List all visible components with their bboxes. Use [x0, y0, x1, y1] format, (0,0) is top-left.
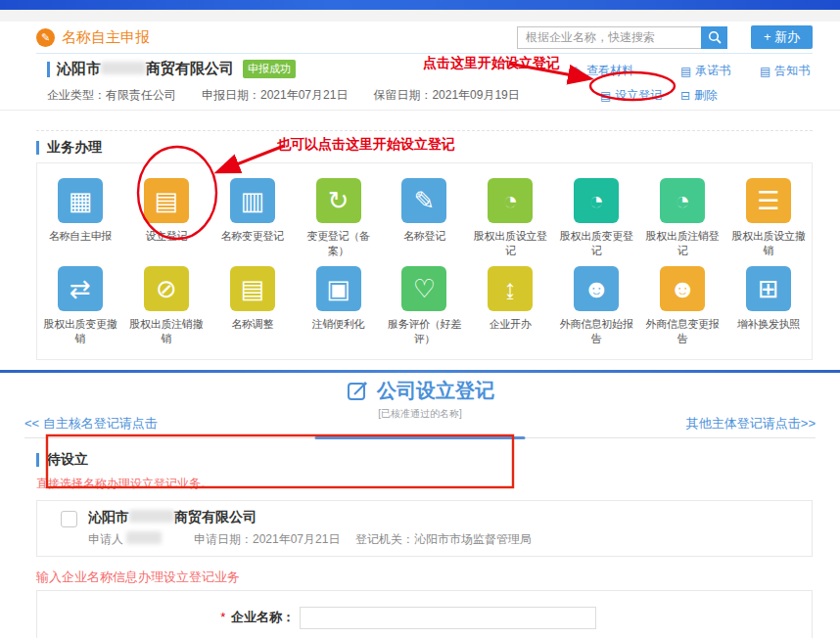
service-label: 名称变更登记	[210, 229, 296, 244]
registration-authority: 登记机关：沁阳市市场监督管理局	[355, 531, 532, 548]
company-info-line: 企业类型：有限责任公司 申报日期：2021年07月21日 保留日期：2021年0…	[47, 87, 545, 104]
notice-link[interactable]: ▤ 告知书	[760, 63, 810, 79]
document-pencil-icon: ✎	[573, 65, 583, 78]
annotation-top-tip: 点击这里开始设立登记	[423, 55, 560, 72]
candidate-meta: 申请人 申请日期：2021年07月21日 登记机关：沁阳市市场监督管理局	[88, 531, 532, 548]
search-button[interactable]	[701, 26, 727, 49]
flower-icon: ♡	[401, 266, 446, 311]
applicant: 申请人	[88, 531, 194, 548]
dashed-divider	[36, 130, 813, 131]
service-item[interactable]: ✎名称登记	[382, 178, 468, 258]
service-item[interactable]: ▥名称变更登记	[210, 178, 296, 258]
establish-header: 公司设立登记 [已核准通过的名称] << 自主核名登记请点击 其他主体登记请点击…	[0, 378, 840, 438]
service-label: 股权出质变更登记	[553, 229, 639, 258]
search-icon	[708, 30, 722, 44]
service-label: 名称登记	[382, 229, 468, 244]
candidate-name: 沁阳市商贸有限公司	[88, 509, 532, 526]
select-tip: 直接选择名称办理设立登记业务。	[36, 476, 813, 492]
keep-date: 保留日期：2021年09月19日	[373, 87, 519, 104]
service-item[interactable]: ▤设立登记	[123, 178, 210, 258]
new-application-button[interactable]: + 新办	[751, 25, 813, 49]
person-change-icon: ☻	[660, 266, 705, 311]
delete-link[interactable]: ⊟ 删除	[680, 87, 718, 104]
service-item[interactable]: ▦名称自主申报	[37, 178, 123, 258]
page: ✎ 名称自主申报 + 新办 沁阳市商贸有限公司 申报成功 点击这里开始设立登记	[0, 0, 840, 638]
service-label: 外商信息变更报告	[639, 317, 725, 346]
clipboard-pen-icon: ✎	[401, 178, 446, 223]
service-item[interactable]: ⊞增补换发执照	[725, 266, 812, 346]
view-materials-link[interactable]: ✎ 查看材料	[573, 63, 633, 79]
service-label: 股权出质设立登记	[467, 229, 553, 258]
service-label: 服务评价（好差评）	[382, 317, 468, 346]
service-item[interactable]: ◔股权出质变更登记	[553, 178, 639, 258]
service-item[interactable]: ♡服务评价（好差评）	[382, 266, 468, 346]
redacted-text	[126, 531, 162, 544]
service-item[interactable]: ⊘股权出质注销撤销	[123, 266, 210, 346]
document-icon: ▤	[760, 65, 770, 78]
cancel-circle-icon: ⊘	[144, 266, 189, 311]
service-item[interactable]: ☻外商信息初始报告	[553, 266, 639, 346]
declare-date: 申报日期：2021年07月21日	[202, 87, 348, 104]
candidate-checkbox[interactable]	[61, 511, 77, 527]
company-name-label: * 企业名称：	[37, 609, 295, 626]
service-label: 股权出质注销登记	[639, 229, 725, 258]
service-label: 企业开办	[467, 317, 553, 332]
service-item[interactable]: ◔股权出质设立登记	[467, 178, 553, 258]
company-name-input[interactable]	[300, 607, 596, 629]
clipboard-adjust-icon: ▤	[230, 266, 275, 311]
pie-chart-icon: ◔	[488, 178, 533, 223]
service-item[interactable]: ↨企业开办	[467, 266, 553, 346]
edit-circle-icon: ✎	[36, 28, 55, 47]
trash-icon: ⊟	[680, 89, 690, 103]
service-label: 增补换发执照	[725, 317, 812, 332]
self-naming-link[interactable]: << 自主核名登记请点击	[24, 415, 158, 433]
blue-separator	[0, 370, 840, 373]
swap-arrows-icon: ⇄	[58, 266, 103, 311]
service-label: 股权出质注销撤销	[123, 317, 210, 346]
top-blue-bar	[0, 0, 840, 10]
company-name-line: 沁阳市商贸有限公司 申报成功	[47, 60, 296, 78]
divider	[0, 110, 840, 111]
building-icon: ▦	[58, 178, 103, 223]
service-label: 股权出质设立撤销	[725, 229, 812, 258]
search-input[interactable]	[517, 26, 701, 49]
commitment-link[interactable]: ▤ 承诺书	[680, 63, 730, 79]
clipboard-refresh-icon: ↻	[316, 178, 361, 223]
service-item[interactable]: ☰股权出质设立撤销	[725, 178, 812, 258]
service-label: 注销便利化	[296, 317, 382, 332]
redacted-text	[129, 510, 174, 523]
service-label: 名称自主申报	[37, 229, 123, 244]
edit-document-icon	[346, 380, 369, 403]
document-icon: ▤	[600, 89, 611, 103]
service-item[interactable]: ☻外商信息变更报告	[639, 266, 725, 346]
candidate-card: 沁阳市商贸有限公司 申请人 申请日期：2021年07月21日 登记机关：沁阳市市…	[36, 500, 813, 557]
service-item[interactable]: ◔股权出质注销登记	[639, 178, 725, 258]
required-asterisk: *	[220, 610, 225, 624]
header: ✎ 名称自主申报 + 新办	[0, 22, 840, 49]
clipboard-icon: ▤	[144, 178, 189, 223]
pie-chart-cancel-icon: ◔	[660, 178, 705, 223]
apply-date: 申请日期：2021年07月21日	[194, 531, 355, 548]
service-item[interactable]: ⇄股权出质变更撤销	[37, 266, 123, 346]
candidate-info[interactable]: 沁阳市商贸有限公司 申请人 申请日期：2021年07月21日 登记机关：沁阳市市…	[88, 509, 532, 548]
service-label: 股权出质变更撤销	[37, 317, 123, 346]
service-item[interactable]: ↻变更登记（备案）	[296, 178, 382, 258]
company-type: 企业类型：有限责任公司	[47, 87, 176, 104]
merge-arrows-icon: ↨	[488, 266, 533, 311]
establish-registration-link[interactable]: ▤ 设立登记	[600, 87, 662, 104]
service-item[interactable]: ▤名称调整	[210, 266, 296, 346]
service-item[interactable]: ▣注销便利化	[296, 266, 382, 346]
business-section: 业务办理 ▦名称自主申报▤设立登记▥名称变更登记↻变更登记（备案）✎名称登记◔股…	[36, 130, 813, 360]
pending-title: 待设立	[36, 451, 813, 469]
other-entity-link[interactable]: 其他主体登记请点击>>	[686, 415, 816, 433]
pending-section: 待设立 直接选择名称办理设立登记业务。 沁阳市商贸有限公司 申请人 申请日期：2…	[36, 451, 813, 638]
license-plus-icon: ⊞	[746, 266, 791, 311]
pie-chart-edit-icon: ◔	[574, 178, 619, 223]
top-gray-strip	[0, 10, 840, 22]
service-label: 变更登记（备案）	[296, 229, 382, 258]
blue-bar-accent	[36, 141, 39, 155]
establish-title: 公司设立登记	[0, 378, 840, 404]
annotation-grid-tip: 也可以点击这里开始设立登记	[277, 136, 455, 154]
blue-bar-accent	[36, 453, 39, 467]
name-form-card: * 企业名称：	[36, 590, 813, 638]
